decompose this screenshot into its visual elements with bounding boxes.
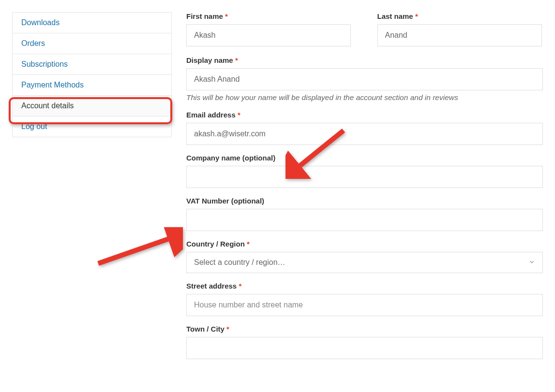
first-name-label: First name * [186, 12, 352, 20]
first-name-input[interactable] [186, 24, 351, 46]
sidebar-item-orders[interactable]: Orders [13, 33, 171, 54]
required-marker: * [415, 12, 418, 20]
required-marker: * [235, 56, 238, 64]
email-label: Email address * [186, 111, 543, 119]
country-select[interactable]: Select a country / region… [186, 252, 543, 273]
last-name-label: Last name * [377, 12, 543, 20]
account-sidebar: Downloads Orders Subscriptions Payment M… [12, 12, 172, 137]
city-input[interactable] [186, 337, 543, 359]
country-label: Country / Region * [186, 240, 543, 248]
display-name-helper: This will be how your name will be displ… [186, 93, 543, 102]
street-input[interactable] [186, 294, 543, 316]
required-marker: * [225, 12, 228, 20]
country-placeholder: Select a country / region… [194, 258, 285, 267]
sidebar-item-subscriptions[interactable]: Subscriptions [13, 54, 171, 75]
required-marker: * [226, 325, 229, 333]
vat-input[interactable] [186, 209, 543, 231]
city-label: Town / City * [186, 325, 543, 333]
display-name-label: Display name * [186, 56, 543, 64]
sidebar-item-log-out[interactable]: Log out [13, 116, 171, 137]
vat-label: VAT Number (optional) [186, 197, 543, 205]
account-details-form: First name * Last name * Display name * … [186, 12, 543, 368]
sidebar-item-payment-methods[interactable]: Payment Methods [13, 75, 171, 96]
chevron-down-icon [528, 259, 535, 267]
required-marker: * [239, 282, 241, 290]
last-name-input[interactable] [377, 24, 542, 46]
sidebar-item-account-details[interactable]: Account details [13, 96, 171, 116]
street-label: Street address * [186, 282, 543, 290]
required-marker: * [247, 240, 250, 248]
email-input[interactable] [186, 123, 543, 145]
sidebar-item-downloads[interactable]: Downloads [13, 13, 171, 33]
display-name-input[interactable] [186, 68, 543, 90]
company-input[interactable] [186, 166, 543, 188]
required-marker: * [238, 111, 240, 119]
company-label: Company name (optional) [186, 154, 543, 162]
